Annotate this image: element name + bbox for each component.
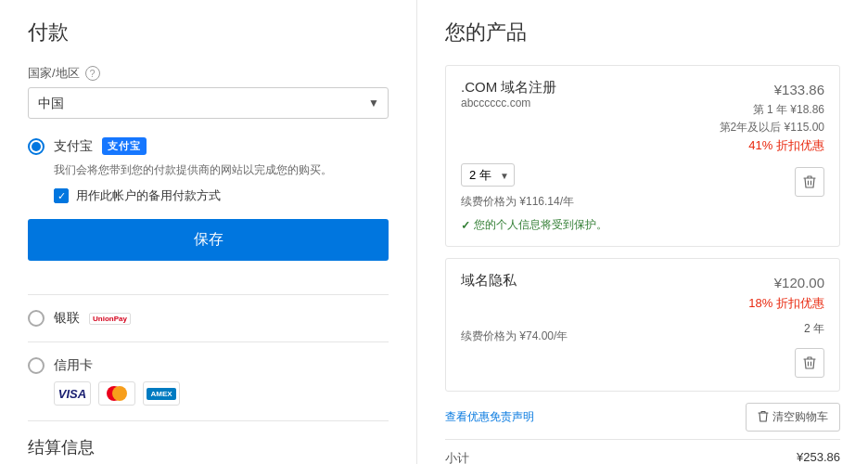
privacy-year-label: 2 年 xyxy=(804,321,824,337)
product-price-privacy: ¥120.00 xyxy=(748,272,824,294)
unionpay-logo-badge: UnionPay xyxy=(89,313,131,325)
divider-2 xyxy=(28,342,389,342)
subtotal-value: ¥253.86 xyxy=(797,450,840,464)
unionpay-option: 银联 UnionPay xyxy=(28,310,389,327)
product-name-domain: .COM 域名注册 xyxy=(461,79,556,97)
country-select-wrapper: 中国 ▼ xyxy=(28,87,389,119)
alipay-desc: 我们会将您带到您的付款提供商的网站以完成您的购买。 xyxy=(54,162,389,178)
price-year2: 第2年及以后 ¥115.00 xyxy=(720,119,824,136)
bottom-actions-row: 查看优惠免责声明 清空购物车 xyxy=(445,403,840,432)
subtotal-label: 小计 xyxy=(445,450,469,464)
help-icon[interactable]: ? xyxy=(85,66,100,81)
trash-icon-2 xyxy=(803,355,816,370)
year-select-wrapper: 2 年 1 年 3 年 ▼ xyxy=(461,163,515,187)
alipay-option: 支付宝 支付宝 我们会将您带到您的付款提供商的网站以完成您的购买。 用作此帐户的… xyxy=(28,137,389,279)
domain-renew-price: 续费价格为 ¥116.14/年 xyxy=(461,194,574,210)
settlement-title: 结算信息 xyxy=(28,436,389,458)
card-logos: VISA AMEX xyxy=(54,381,389,406)
credit-radio[interactable] xyxy=(28,357,45,374)
privacy-notice: ✓ 您的个人信息将受到保护。 xyxy=(461,217,824,233)
products-title: 您的产品 xyxy=(445,19,840,46)
subtotal-row: 小计 ¥253.86 xyxy=(445,447,840,464)
payment-title: 付款 xyxy=(28,19,389,46)
country-label: 国家/地区 ? xyxy=(28,65,389,82)
divider-1 xyxy=(28,294,389,295)
privacy-delete-button[interactable] xyxy=(795,348,824,378)
clear-cart-button[interactable]: 清空购物车 xyxy=(746,403,840,432)
clear-cart-label: 清空购物车 xyxy=(772,409,828,425)
clear-cart-icon xyxy=(758,410,769,423)
amex-logo: AMEX xyxy=(143,381,180,406)
alipay-label: 支付宝 xyxy=(54,138,93,155)
domain-year-select[interactable]: 2 年 1 年 3 年 xyxy=(461,163,515,187)
credit-label: 信用卡 xyxy=(54,357,93,374)
privacy-discount: 18% 折扣优惠 xyxy=(748,294,824,314)
alipay-logo-badge: 支付宝 xyxy=(102,137,147,155)
product-price-detail-privacy: ¥120.00 18% 折扣优惠 xyxy=(748,272,824,314)
product-price-detail-domain: ¥133.86 第 1 年 ¥18.86 第2年及以后 ¥115.00 41% … xyxy=(720,79,824,156)
privacy-renew-price: 续费价格为 ¥74.00/年 xyxy=(461,329,568,344)
mastercard-logo xyxy=(98,381,135,406)
summary-divider xyxy=(445,439,840,440)
right-panel: 您的产品 .COM 域名注册 abcccccc.com ¥133.86 第 1 … xyxy=(417,0,868,464)
save-button[interactable]: 保存 xyxy=(28,219,389,261)
trash-icon xyxy=(803,174,816,189)
alipay-radio[interactable] xyxy=(28,138,45,155)
country-select[interactable]: 中国 xyxy=(28,87,389,119)
divider-3 xyxy=(28,420,389,421)
unionpay-label: 银联 xyxy=(54,310,80,327)
domain-discount: 41% 折扣优惠 xyxy=(720,136,824,156)
product-card-privacy: 域名隐私 ¥120.00 18% 折扣优惠 续费价格为 ¥74.00/年 2 年 xyxy=(445,258,840,392)
product-name-privacy: 域名隐私 xyxy=(461,272,517,290)
coupon-link[interactable]: 查看优惠免责声明 xyxy=(445,409,534,425)
domain-delete-button[interactable] xyxy=(795,167,824,197)
product-price-domain: ¥133.86 xyxy=(720,79,824,101)
privacy-text: 您的个人信息将受到保护。 xyxy=(474,217,607,233)
backup-payment-label: 用作此帐户的备用付款方式 xyxy=(76,187,221,204)
price-year1: 第 1 年 ¥18.86 xyxy=(720,101,824,119)
credit-option: 信用卡 VISA AMEX xyxy=(28,357,389,406)
unionpay-radio[interactable] xyxy=(28,310,45,327)
product-card-domain: .COM 域名注册 abcccccc.com ¥133.86 第 1 年 ¥18… xyxy=(445,65,840,247)
left-panel: 付款 国家/地区 ? 中国 ▼ 支付宝 支付宝 我们会将您带到您的付款提供商的网… xyxy=(0,0,417,464)
backup-payment-checkbox[interactable] xyxy=(54,188,69,203)
visa-logo: VISA xyxy=(54,381,91,406)
product-sub-domain: abcccccc.com xyxy=(461,97,556,110)
backup-payment-row: 用作此帐户的备用付款方式 xyxy=(54,187,389,204)
